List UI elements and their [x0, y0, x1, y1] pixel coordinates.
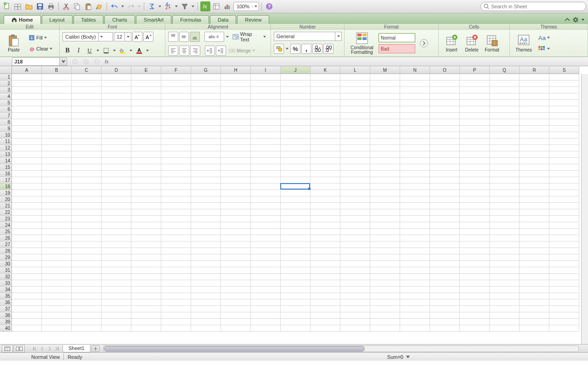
- cell[interactable]: [549, 158, 579, 164]
- cell[interactable]: [430, 287, 460, 293]
- cell[interactable]: [490, 164, 520, 171]
- cell[interactable]: [520, 274, 549, 280]
- cell[interactable]: [191, 248, 221, 254]
- cell[interactable]: [42, 229, 72, 235]
- cell[interactable]: [72, 293, 102, 299]
- cell[interactable]: [161, 158, 191, 164]
- cell[interactable]: [311, 145, 340, 151]
- cell[interactable]: [430, 319, 460, 325]
- cell[interactable]: [311, 203, 340, 209]
- fill-button[interactable]: Fill: [27, 33, 54, 43]
- format-painter-icon[interactable]: [94, 1, 104, 12]
- cell[interactable]: [340, 261, 370, 267]
- cell[interactable]: [490, 138, 520, 145]
- cell[interactable]: [161, 119, 191, 126]
- cell[interactable]: [430, 132, 460, 138]
- cell[interactable]: [490, 267, 520, 274]
- cell[interactable]: [191, 235, 221, 242]
- cell[interactable]: [370, 113, 400, 119]
- paste-button[interactable]: Paste: [3, 31, 25, 56]
- cell[interactable]: [490, 293, 520, 299]
- percent-icon[interactable]: %: [290, 44, 300, 54]
- cell[interactable]: [340, 93, 370, 100]
- cell[interactable]: [520, 216, 549, 222]
- cell[interactable]: [251, 132, 281, 138]
- cell[interactable]: [221, 254, 251, 261]
- cell[interactable]: [102, 196, 131, 203]
- cell[interactable]: [251, 74, 281, 80]
- cell[interactable]: [370, 119, 400, 126]
- sort-dropdown[interactable]: [174, 1, 179, 12]
- cell[interactable]: [281, 132, 311, 138]
- cell[interactable]: [102, 164, 131, 171]
- cell[interactable]: [221, 216, 251, 222]
- cell[interactable]: [311, 222, 340, 229]
- cell[interactable]: [340, 184, 370, 190]
- cell[interactable]: [490, 287, 520, 293]
- cell[interactable]: [311, 306, 340, 312]
- currency-icon[interactable]: [274, 44, 284, 54]
- cell[interactable]: [370, 80, 400, 87]
- cell[interactable]: [400, 138, 430, 145]
- decrease-indent-icon[interactable]: [205, 46, 215, 56]
- cell[interactable]: [400, 151, 430, 158]
- cell[interactable]: [490, 325, 520, 332]
- cell[interactable]: [370, 87, 400, 93]
- cell[interactable]: [281, 312, 311, 319]
- cell[interactable]: [12, 203, 42, 209]
- cell[interactable]: [400, 145, 430, 151]
- cell[interactable]: [281, 151, 311, 158]
- cell[interactable]: [72, 235, 102, 242]
- col-header-E[interactable]: E: [131, 66, 161, 74]
- cell[interactable]: [549, 164, 579, 171]
- cell[interactable]: [460, 145, 490, 151]
- increase-decimal-icon[interactable]: .0.00: [312, 44, 322, 54]
- cell[interactable]: [520, 235, 549, 242]
- cell[interactable]: [370, 132, 400, 138]
- cell[interactable]: [370, 164, 400, 171]
- cell[interactable]: [370, 158, 400, 164]
- cell[interactable]: [161, 254, 191, 261]
- underline-icon[interactable]: U: [85, 46, 95, 56]
- cell[interactable]: [251, 126, 281, 132]
- cell[interactable]: [400, 267, 430, 274]
- cell[interactable]: [12, 164, 42, 171]
- cell[interactable]: [131, 145, 161, 151]
- cell[interactable]: [490, 235, 520, 242]
- cell[interactable]: [460, 203, 490, 209]
- cell[interactable]: [42, 235, 72, 242]
- cell[interactable]: [549, 74, 579, 80]
- cell[interactable]: [102, 171, 131, 177]
- cell[interactable]: [340, 196, 370, 203]
- col-header-I[interactable]: I: [251, 66, 281, 74]
- cell[interactable]: [340, 203, 370, 209]
- cell[interactable]: [460, 87, 490, 93]
- cell[interactable]: [221, 87, 251, 93]
- cell[interactable]: [12, 145, 42, 151]
- cell[interactable]: [12, 177, 42, 184]
- row-header-13[interactable]: 13: [0, 151, 12, 158]
- filter-icon[interactable]: [180, 1, 190, 12]
- cell[interactable]: [191, 126, 221, 132]
- cell[interactable]: [131, 242, 161, 248]
- cell[interactable]: [430, 222, 460, 229]
- cell[interactable]: [251, 287, 281, 293]
- cell[interactable]: [12, 132, 42, 138]
- redo-icon[interactable]: [126, 1, 136, 12]
- cell[interactable]: [221, 274, 251, 280]
- cell[interactable]: [520, 100, 549, 106]
- style-normal[interactable]: Normal: [379, 33, 415, 42]
- page-layout-view-icon[interactable]: [14, 345, 25, 352]
- cell[interactable]: [460, 235, 490, 242]
- cell[interactable]: [311, 216, 340, 222]
- cell[interactable]: [340, 113, 370, 119]
- row-header-39[interactable]: 39: [0, 319, 12, 325]
- cell[interactable]: [460, 229, 490, 235]
- cell[interactable]: [251, 209, 281, 216]
- cell[interactable]: [72, 216, 102, 222]
- cell[interactable]: [191, 171, 221, 177]
- cell[interactable]: [72, 126, 102, 132]
- col-header-L[interactable]: L: [340, 66, 370, 74]
- cell[interactable]: [102, 177, 131, 184]
- name-box-dropdown[interactable]: [60, 58, 67, 66]
